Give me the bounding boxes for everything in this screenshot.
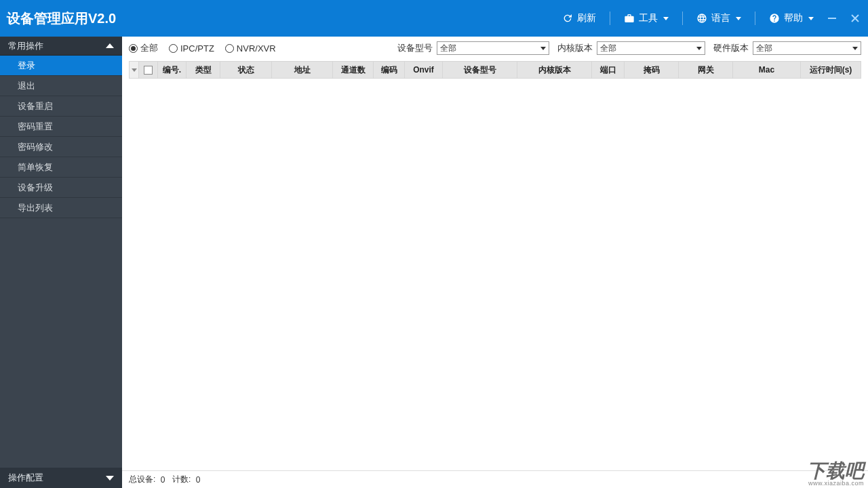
table-header-row: 编号. 类型 状态 地址 通道数 编码 Onvif 设备型号 内核版本 端口 掩… [129, 61, 861, 79]
sidebar-item-label: 导出列表 [18, 202, 53, 214]
sidebar-spacer [0, 218, 122, 468]
main-area: 全部 IPC/PTZ NVR/XVR 设备型号 全部 内核版本 全部 硬件版本 … [122, 37, 868, 488]
sidebar-item-restore[interactable]: 简单恢复 [0, 157, 122, 178]
th-kernel[interactable]: 内核版本 [517, 62, 592, 78]
dropdown-value: 全部 [756, 43, 772, 54]
chevron-down-icon [663, 17, 669, 20]
sidebar-section-config[interactable]: 操作配置 [0, 468, 122, 488]
sidebar-item-label: 密码重置 [18, 121, 53, 133]
tools-label: 工具 [639, 12, 658, 24]
filter-bar: 全部 IPC/PTZ NVR/XVR 设备型号 全部 内核版本 全部 硬件版本 … [122, 37, 868, 57]
refresh-button[interactable]: 刷新 [562, 12, 596, 24]
kernel-version-label: 内核版本 [557, 42, 593, 54]
sidebar-item-label: 设备升级 [18, 182, 53, 194]
radio-label-text: 全部 [140, 42, 158, 54]
count-value: 0 [196, 475, 201, 485]
tools-button[interactable]: 工具 [624, 12, 669, 24]
th-model[interactable]: 设备型号 [443, 62, 517, 78]
count-label: 计数: [172, 474, 191, 485]
close-icon [851, 14, 859, 22]
device-type-label: 设备型号 [397, 42, 433, 54]
refresh-label: 刷新 [577, 12, 596, 24]
sidebar: 常用操作 登录 退出 设备重启 密码重置 密码修改 简单恢复 设备升级 导出列表… [0, 37, 122, 488]
language-label: 语言 [711, 12, 730, 24]
chevron-down-icon [132, 68, 137, 72]
radio-label-text: IPC/PTZ [180, 43, 214, 54]
radio-icon [225, 44, 234, 53]
sidebar-item-label: 设备重启 [18, 100, 53, 113]
expand-down-icon [106, 476, 114, 481]
titlebar: 设备管理应用V2.0 刷新 工具 语言 帮助 [0, 0, 868, 37]
device-type-dropdown[interactable]: 全部 [437, 41, 549, 55]
th-onvif[interactable]: Onvif [405, 62, 443, 78]
select-all-header[interactable] [139, 62, 158, 78]
hw-version-label: 硬件版本 [713, 42, 749, 54]
sidebar-item-reboot[interactable]: 设备重启 [0, 96, 122, 117]
sidebar-item-export[interactable]: 导出列表 [0, 198, 122, 218]
th-channels[interactable]: 通道数 [333, 62, 374, 78]
dropdown-value: 全部 [600, 43, 616, 54]
chevron-down-icon [736, 17, 741, 20]
status-bar: 总设备: 0 计数: 0 [122, 470, 868, 488]
radio-all[interactable]: 全部 [129, 42, 158, 54]
th-mask[interactable]: 掩码 [625, 62, 679, 78]
radio-icon [129, 44, 138, 53]
kernel-version-dropdown[interactable]: 全部 [597, 41, 705, 55]
collapse-up-icon [106, 43, 114, 48]
sidebar-item-pwchange[interactable]: 密码修改 [0, 137, 122, 157]
th-status[interactable]: 状态 [220, 62, 272, 78]
svg-rect-0 [828, 18, 836, 19]
separator [682, 12, 683, 25]
titlebar-actions: 刷新 工具 语言 帮助 [562, 12, 860, 25]
minimize-icon [828, 14, 836, 22]
th-port[interactable]: 端口 [592, 62, 625, 78]
sidebar-item-pwreset[interactable]: 密码重置 [0, 117, 122, 137]
dropdown-value: 全部 [440, 43, 456, 54]
app-title: 设备管理应用V2.0 [7, 9, 116, 28]
radio-label-text: NVR/XVR [237, 43, 276, 54]
sidebar-item-login[interactable]: 登录 [0, 56, 122, 76]
chevron-down-icon [696, 47, 702, 50]
sidebar-item-logout[interactable]: 退出 [0, 76, 122, 96]
separator [755, 12, 755, 25]
th-encode[interactable]: 编码 [374, 62, 405, 78]
th-no[interactable]: 编号. [158, 62, 186, 78]
minimize-button[interactable] [827, 14, 837, 23]
sidebar-item-label: 登录 [18, 60, 35, 72]
chevron-down-icon [852, 47, 858, 50]
refresh-icon [562, 13, 573, 24]
sidebar-item-label: 简单恢复 [18, 161, 53, 174]
chevron-down-icon [808, 17, 814, 20]
help-button[interactable]: 帮助 [769, 12, 814, 24]
column-chooser[interactable] [130, 62, 139, 78]
hw-version-dropdown[interactable]: 全部 [753, 41, 861, 55]
close-button[interactable] [850, 14, 860, 23]
th-mac[interactable]: Mac [733, 62, 801, 78]
globe-icon [696, 13, 707, 24]
language-button[interactable]: 语言 [696, 12, 741, 24]
radio-nvr[interactable]: NVR/XVR [225, 43, 276, 54]
sidebar-section-label: 常用操作 [8, 40, 43, 52]
radio-icon [169, 44, 178, 53]
device-table: 编号. 类型 状态 地址 通道数 编码 Onvif 设备型号 内核版本 端口 掩… [129, 61, 861, 470]
help-label: 帮助 [784, 12, 803, 24]
sidebar-section-label: 操作配置 [8, 472, 43, 484]
sidebar-item-upgrade[interactable]: 设备升级 [0, 178, 122, 198]
chevron-down-icon [540, 47, 546, 50]
th-address[interactable]: 地址 [272, 62, 333, 78]
sidebar-item-label: 退出 [18, 80, 35, 92]
help-icon [769, 13, 780, 24]
th-uptime[interactable]: 运行时间(s) [801, 62, 861, 78]
total-label: 总设备: [129, 474, 155, 485]
checkbox-icon [144, 66, 153, 75]
sidebar-section-common[interactable]: 常用操作 [0, 37, 122, 56]
radio-ipc[interactable]: IPC/PTZ [169, 43, 214, 54]
total-value: 0 [161, 475, 165, 485]
th-gateway[interactable]: 网关 [679, 62, 733, 78]
toolbox-icon [624, 13, 635, 24]
sidebar-item-label: 密码修改 [18, 141, 53, 153]
separator [610, 12, 610, 25]
th-type[interactable]: 类型 [186, 62, 220, 78]
